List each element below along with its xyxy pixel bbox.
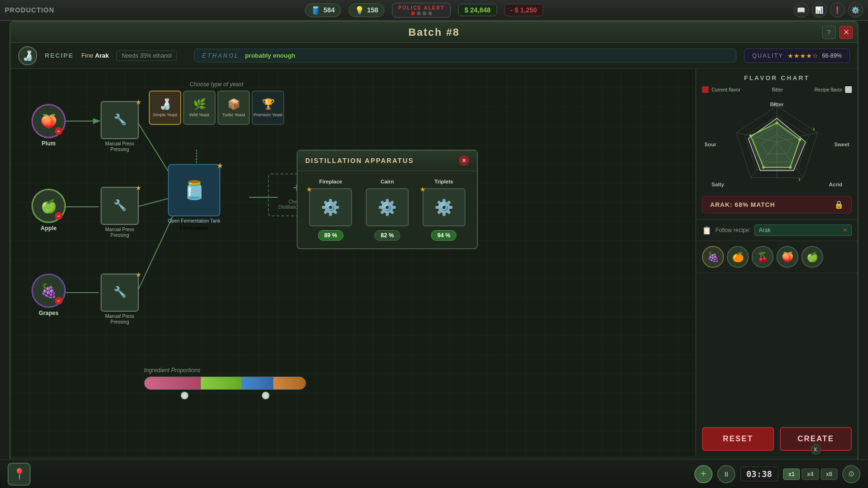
svg-point-21	[789, 166, 792, 169]
settings-icon-btn[interactable]: ⚙️	[848, 2, 863, 18]
fermentation-node[interactable]: ★ 🫙 Open Fermentation Tank Fermentation	[168, 164, 220, 231]
slider-1[interactable]	[181, 392, 188, 399]
window-help-button[interactable]: ?	[822, 26, 836, 39]
selector-citrus[interactable]: 🍊	[727, 246, 749, 268]
cairn-card[interactable]: ⚙️	[366, 188, 409, 226]
press-plum[interactable]: ★ 🔧 Manual Press Pressing	[98, 101, 141, 152]
grapes-minus[interactable]: −	[55, 297, 62, 305]
selector-cherry[interactable]: 🍒	[752, 246, 774, 268]
svg-text:›: ›	[813, 125, 815, 132]
yeast-premium[interactable]: 🏆 Premium Yeast	[252, 91, 284, 125]
svg-point-23	[749, 134, 752, 137]
alert-icon-btn[interactable]: ❗	[830, 2, 845, 18]
match-text: ARAK: 68% MATCH	[710, 201, 775, 208]
yeast-options: 🍶 Simple Yeast 🌿 Wild Yeast 📦 Turbo Yeas…	[149, 91, 284, 125]
svg-point-22	[762, 166, 765, 169]
label-acrid: Acrid	[829, 182, 842, 187]
create-button[interactable]: CREATE X	[780, 427, 852, 451]
bottom-settings-button[interactable]: ⚙	[842, 465, 860, 483]
top-bar-center: 🛢️ 584 💡 158 POLICE ALERT $ 24,848 - $ 1…	[305, 3, 543, 18]
cairn-pct: 82 %	[374, 230, 400, 241]
apple-minus[interactable]: −	[55, 212, 62, 220]
flavor-chart-container: › › ▲ Bitter Sweet Acrid Salty Sour	[702, 97, 852, 192]
proportions-section: Ingredient Proportions	[144, 367, 306, 399]
main-window: Batch #8 ? ✕ 🍶 RECIPE Fine Arak Needs 35…	[10, 21, 858, 478]
quality-stars: ★★★★☆	[787, 52, 818, 60]
police-dot-1	[411, 11, 415, 15]
book-icon-btn[interactable]: 📖	[794, 2, 809, 18]
slider-2[interactable]	[262, 392, 269, 399]
ingredient-plum[interactable]: 🍑 − Plum	[30, 104, 68, 147]
svg-line-4	[137, 197, 173, 207]
ingredient-grapes[interactable]: 🍇 − Grapes	[30, 274, 68, 316]
recipe-flavor-box	[845, 86, 852, 93]
top-bar-left: PRODUCTION	[5, 6, 54, 14]
svg-point-19	[775, 122, 778, 124]
ethanol-label: ETHANOL	[202, 52, 239, 59]
apparatus-cairn[interactable]: Cairn ⚙️ 82 %	[362, 179, 413, 241]
tank-box: ★ 🫙	[168, 164, 220, 216]
tank-icon: 🫙	[183, 180, 206, 201]
follow-recipe-select[interactable]: Arak ✕	[754, 224, 852, 236]
map-button[interactable]: 📍	[8, 463, 31, 486]
premium-yeast-icon: 🏆	[262, 98, 275, 111]
pause-button[interactable]: ⏸	[717, 465, 735, 483]
quality-label: QUALITY	[752, 52, 783, 59]
speed-buttons: x1 x4 x8	[783, 468, 837, 480]
speed-x8[interactable]: x8	[821, 468, 837, 480]
close-recipe-icon[interactable]: ✕	[843, 227, 847, 234]
fireplace-card[interactable]: ★ ⚙️	[309, 188, 352, 226]
legend-current: Current flavor	[702, 86, 741, 93]
speed-x4[interactable]: x4	[802, 468, 818, 480]
selector-grapes[interactable]: 🍇	[702, 246, 724, 268]
follow-recipe-label: Follow recipe:	[715, 227, 751, 234]
window-close-button[interactable]: ✕	[839, 26, 853, 39]
ingredient-apple[interactable]: 🍏 − Apple	[30, 189, 68, 232]
chart-icon-btn[interactable]: 📊	[812, 2, 827, 18]
modal-body: Fireplace ★ ⚙️ 89 % Cairn ⚙️	[298, 171, 477, 248]
lock-icon: 🔒	[834, 200, 844, 209]
selector-apple[interactable]: 🍏	[801, 246, 823, 268]
quality-range: 66-89%	[822, 52, 842, 59]
recipe-quality: Fine Arak	[81, 52, 109, 59]
bottles-stat: 💡 158	[349, 3, 384, 17]
label-salty: Salty	[712, 182, 724, 187]
add-button[interactable]: +	[694, 465, 713, 483]
production-label: PRODUCTION	[5, 6, 54, 14]
flavor-chart-title: FLAVOR CHART	[702, 74, 852, 81]
reset-button[interactable]: RESET Y	[702, 427, 774, 451]
fireplace-star: ★	[306, 185, 312, 193]
legend-recipe: Bitter	[772, 87, 783, 92]
prop-plum	[145, 377, 201, 389]
press-grapes[interactable]: ★ 🔧 Manual Press Pressing	[98, 274, 141, 325]
press-apple[interactable]: ★ 🔧 Manual Press Pressing	[98, 187, 141, 238]
selector-plum[interactable]: 🍑	[776, 246, 798, 268]
bottom-right: + ⏸ 03:38 x1 x4 x8 ⚙	[694, 465, 860, 483]
yeast-selection: Choose type of yeast 🍶 Simple Yeast 🌿 Wi…	[149, 81, 284, 125]
apple-label: Apple	[41, 225, 56, 232]
turbo-yeast-label: Turbo Yeast	[222, 112, 245, 118]
premium-yeast-label: Premium Yeast	[254, 112, 283, 118]
production-grid: 🍑 − Plum ★ 🔧 Manual Press Pressing	[10, 69, 695, 457]
prop-grapes	[241, 377, 274, 389]
apparatus-triplets[interactable]: Triplets ★ ⚙️ 94 %	[418, 179, 469, 241]
fireplace-icon: ⚙️	[321, 198, 340, 216]
plum-label: Plum	[41, 140, 55, 147]
police-dot-3	[423, 11, 426, 15]
speed-x1[interactable]: x1	[783, 468, 800, 480]
yeast-wild[interactable]: 🌿 Wild Yeast	[183, 91, 216, 125]
bottom-buttons: RESET Y CREATE X	[696, 421, 858, 457]
cairn-icon: ⚙️	[378, 198, 397, 216]
bottle-icon: 💡	[355, 6, 364, 15]
plum-minus[interactable]: −	[55, 127, 62, 135]
triplets-card[interactable]: ★ ⚙️	[423, 188, 465, 226]
window-title-bar: Batch #8 ? ✕	[10, 22, 858, 43]
yeast-turbo[interactable]: 📦 Turbo Yeast	[217, 91, 250, 125]
plum-circle: 🍑 −	[31, 104, 66, 138]
apparatus-fireplace[interactable]: Fireplace ★ ⚙️ 89 %	[305, 179, 356, 241]
flavor-chart-svg: › › ▲	[724, 97, 829, 192]
recipe-needs: Needs 35% ethanol	[116, 51, 177, 61]
yeast-simple[interactable]: 🍶 Simple Yeast	[149, 91, 181, 125]
prop-other	[273, 377, 306, 389]
modal-close-button[interactable]: ✕	[459, 155, 469, 166]
